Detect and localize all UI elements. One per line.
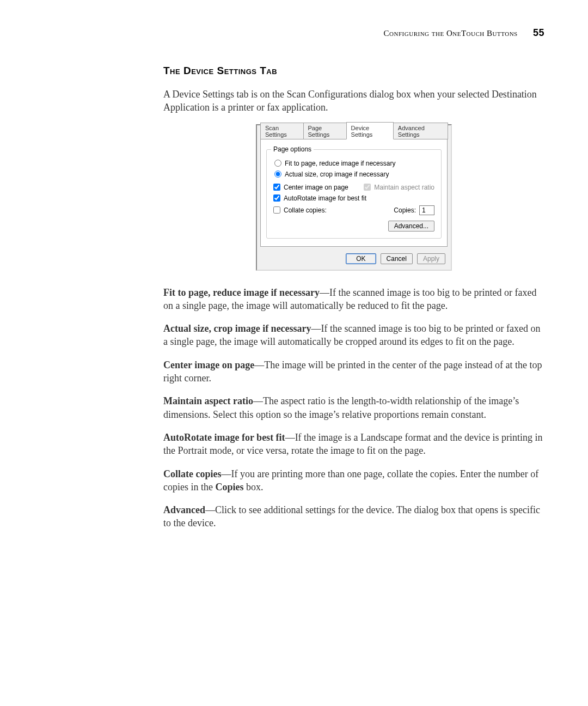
checkbox-collate-label: Collate copies: — [284, 206, 327, 214]
page-number: 55 — [533, 27, 544, 38]
desc-autorotate-title: AutoRotate image for best fit — [163, 432, 285, 443]
intro-paragraph: A Device Settings tab is on the Scan Con… — [163, 88, 544, 114]
radio-fit-label: Fit to page, reduce image if necessary — [285, 160, 395, 167]
tab-device-settings[interactable]: Device Settings — [346, 122, 394, 139]
radio-fit-to-page[interactable] — [274, 160, 281, 167]
checkbox-maintain-aspect — [364, 184, 371, 191]
copies-input[interactable] — [419, 205, 434, 215]
desc-collate: Collate copies—If you are printing more … — [163, 467, 544, 494]
device-settings-dialog: Scan Settings Page Settings Device Setti… — [256, 124, 452, 271]
desc-actual-title: Actual size, crop image if necessary — [163, 323, 311, 334]
section-title: The Device Settings Tab — [163, 65, 544, 77]
apply-button[interactable]: Apply — [417, 253, 445, 264]
radio-actual-label: Actual size, crop image if necessary — [285, 171, 389, 178]
ok-button[interactable]: OK — [346, 253, 376, 264]
checkbox-center-image[interactable] — [273, 184, 280, 191]
desc-actual: Actual size, crop image if necessary—If … — [163, 322, 544, 349]
desc-advanced-text: —Click to see additional settings for th… — [163, 504, 540, 528]
desc-fit-title: Fit to page, reduce image if necessary — [163, 287, 320, 298]
cancel-button[interactable]: Cancel — [381, 253, 413, 264]
desc-aspect-title: Maintain aspect ratio — [163, 395, 253, 406]
radio-actual-size[interactable] — [274, 171, 281, 178]
copies-label: Copies: — [394, 206, 416, 214]
tab-strip: Scan Settings Page Settings Device Setti… — [257, 127, 451, 139]
page-header: Configuring the OneTouch Buttons 55 — [163, 27, 544, 39]
desc-advanced: Advanced—Click to see additional setting… — [163, 503, 544, 530]
desc-aspect: Maintain aspect ratio—The aspect ratio i… — [163, 394, 544, 421]
chapter-title: Configuring the OneTouch Buttons — [384, 29, 518, 38]
group-title: Page options — [271, 145, 314, 153]
desc-collate-text-b: box. — [244, 482, 264, 492]
checkbox-collate[interactable] — [273, 206, 280, 214]
tab-scan-settings[interactable]: Scan Settings — [260, 123, 304, 139]
checkbox-autorotate-label: AutoRotate image for best fit — [284, 194, 366, 202]
desc-collate-title: Collate copies — [163, 468, 221, 479]
desc-fit: Fit to page, reduce image if necessary—I… — [163, 286, 544, 313]
checkbox-autorotate[interactable] — [273, 194, 280, 202]
desc-center: Center image on page—The image will be p… — [163, 358, 544, 385]
desc-collate-copies: Copies — [215, 482, 243, 492]
page-options-group: Page options Fit to page, reduce image i… — [266, 149, 442, 239]
desc-advanced-title: Advanced — [163, 504, 205, 515]
checkbox-center-label: Center image on page — [284, 184, 348, 191]
desc-center-title: Center image on page — [163, 360, 254, 370]
advanced-button[interactable]: Advanced... — [388, 221, 434, 232]
tab-advanced-settings[interactable]: Advanced Settings — [393, 123, 448, 139]
tab-page-settings[interactable]: Page Settings — [303, 123, 347, 139]
desc-autorotate: AutoRotate image for best fit—If the ima… — [163, 431, 544, 458]
checkbox-aspect-label: Maintain aspect ratio — [374, 184, 434, 191]
